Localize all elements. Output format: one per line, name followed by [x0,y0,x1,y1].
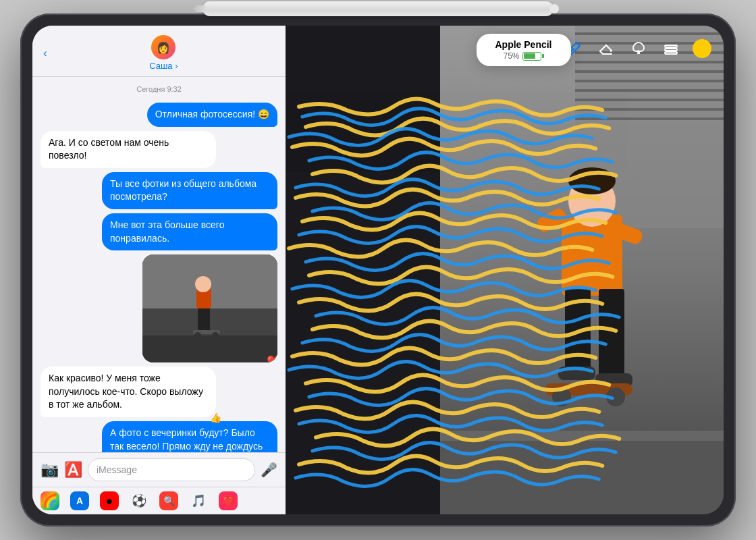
app-icon-ball[interactable]: ⚽ [130,491,148,510]
ipad-wrapper: ‹ 👩 Саша › Сегодня 9:32 Отличная фотосес… [20,14,736,526]
battery-body [522,52,541,61]
reaction-heart: ❤️ [267,354,277,362]
messages-panel: ‹ 👩 Саша › Сегодня 9:32 Отличная фотосес… [32,26,286,514]
app-icon-heart[interactable]: ❤️ [219,491,238,510]
layers-tool-button[interactable] [660,38,682,59]
message-bubble-sent: Мне вот эта больше всего понравилась. [102,213,277,250]
camera-icon[interactable]: 📷 [40,461,59,479]
battery-fill [524,53,535,59]
messages-list: Сегодня 9:32 Отличная фотосессия! 😄 Ага.… [32,77,286,452]
messages-header: ‹ 👩 Саша › [32,26,286,77]
svg-rect-37 [665,52,677,54]
message-row: Ага. И со светом нам очень повезло! [40,131,277,168]
drawing-panel: Apple Pencil 75% [286,26,724,514]
lasso-tool-button[interactable] [628,38,649,59]
svg-point-7 [194,332,201,339]
lasso-icon [630,40,647,57]
pencil-battery-row: 75% [503,51,543,61]
message-row: ❤️ [40,254,277,362]
message-row: Как красиво! У меня тоже получилось кое-… [40,367,277,417]
reaction-thumbs: 👍 [210,412,221,425]
svg-rect-36 [665,49,677,51]
input-placeholder: iMessage [97,464,137,475]
app-icon-red[interactable]: ● [100,491,119,510]
drawing-toolbar [563,38,711,59]
message-bubble-sent: Ты все фотки из общего альбома посмотрел… [102,172,277,209]
message-row: Ты все фотки из общего альбома посмотрел… [40,172,277,209]
eraser-tool-button[interactable] [595,38,617,59]
mic-icon[interactable]: 🎤 [261,462,277,478]
message-input[interactable]: iMessage [88,458,255,481]
svg-rect-35 [665,45,677,47]
pencil-popup: Apple Pencil 75% [477,34,571,66]
svg-point-5 [195,276,211,292]
svg-rect-2 [142,335,277,362]
battery-percentage: 75% [503,51,519,61]
messages-input-area: 📷 🅰️ iMessage 🎤 [32,452,286,487]
pencil-popup-title: Apple Pencil [495,39,551,50]
apps-icon[interactable]: 🅰️ [64,461,82,479]
layers-icon [663,40,679,57]
color-swatch[interactable] [693,39,711,58]
image-bubble[interactable]: ❤️ [142,254,277,362]
app-bar: 🌈 A ● ⚽ 🔍 🎵 ❤️ [32,487,286,514]
eraser-icon [598,40,614,57]
drawing-strokes [286,26,724,514]
contact-avatar: 👩 [151,35,176,59]
message-bubble-received: Ага. И со светом нам очень повезло! [40,131,216,168]
app-icon-photos[interactable]: 🌈 [40,491,59,510]
skater-svg [142,254,277,362]
message-row: Отличная фотосессия! 😄 [40,103,277,127]
ipad-screen: ‹ 👩 Саша › Сегодня 9:32 Отличная фотосес… [32,26,724,514]
battery-nub [542,54,544,58]
app-icon-text[interactable]: A [70,491,89,510]
app-icon-memoji[interactable]: 🔍 [159,491,178,510]
apple-pencil [202,1,554,16]
battery-icon [522,52,544,61]
contact-info: 👩 Саша › [53,35,275,71]
message-row: Мне вот эта больше всего понравилась. [40,213,277,250]
back-button[interactable]: ‹ [43,47,47,60]
ipad-frame: ‹ 👩 Саша › Сегодня 9:32 Отличная фотосес… [20,14,736,526]
contact-name[interactable]: Саша › [149,61,178,71]
message-bubble-received: Как красиво! У меня тоже получилось кое-… [40,367,216,417]
app-icon-music[interactable]: 🎵 [189,491,208,510]
message-bubble-sent: Отличная фотосессия! 😄 [147,103,277,127]
skater-thumbnail [142,254,277,362]
message-row: А фото с вечеринки будут? Было так весел… [40,421,277,452]
message-bubble-sent: А фото с вечеринки будут? Было так весел… [102,421,277,452]
timestamp-label: Сегодня 9:32 [40,85,277,93]
svg-rect-4 [198,308,210,332]
svg-point-8 [212,332,219,339]
